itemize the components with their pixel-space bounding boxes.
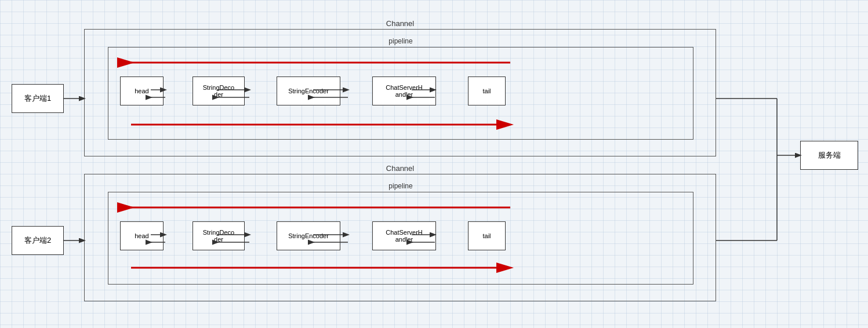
head2-box: head: [120, 221, 164, 250]
decoder1-label: StringDecoder: [203, 84, 234, 98]
channel2-label: Channel: [386, 164, 414, 173]
pipeline1-box: pipeline head StringDecoder StringEncode…: [108, 47, 693, 140]
head1-label: head: [135, 88, 148, 94]
tail2-label: tail: [482, 232, 491, 239]
chathandler2-box: ChatServerHandler: [372, 221, 436, 250]
chathandler1-label: ChatServerHandler: [386, 84, 423, 98]
client1-label: 客户端1: [24, 93, 51, 104]
channel1-box: Channel pipeline head StringDecoder Stri…: [84, 29, 716, 156]
decoder2-box: StringDecoder: [193, 221, 245, 250]
client2-box: 客户端2: [12, 226, 64, 255]
diagram-container: 客户端1 客户端2 服务端 Channel pipeline head Stri…: [0, 0, 868, 328]
head2-label: head: [135, 232, 148, 239]
encoder2-label: StringEncoder: [288, 232, 329, 239]
server-box: 服务端: [800, 141, 858, 170]
client1-box: 客户端1: [12, 84, 64, 113]
server-label: 服务端: [818, 150, 841, 161]
encoder1-box: StringEncoder: [277, 76, 340, 105]
decoder2-label: StringDecoder: [203, 229, 234, 243]
tail1-box: tail: [468, 76, 506, 105]
pipeline1-label: pipeline: [388, 37, 412, 45]
channel1-label: Channel: [386, 19, 414, 28]
tail1-label: tail: [482, 88, 491, 94]
pipeline2-box: pipeline head StringDecoder StringEncode…: [108, 192, 693, 285]
chathandler1-box: ChatServerHandler: [372, 76, 436, 105]
encoder1-label: StringEncoder: [288, 88, 329, 94]
encoder2-box: StringEncoder: [277, 221, 340, 250]
client2-label: 客户端2: [24, 235, 51, 246]
channel2-box: Channel pipeline head StringDecoder Stri…: [84, 174, 716, 301]
tail2-box: tail: [468, 221, 506, 250]
chathandler2-label: ChatServerHandler: [386, 229, 423, 243]
head1-box: head: [120, 76, 164, 105]
decoder1-box: StringDecoder: [193, 76, 245, 105]
pipeline2-label: pipeline: [388, 182, 412, 190]
